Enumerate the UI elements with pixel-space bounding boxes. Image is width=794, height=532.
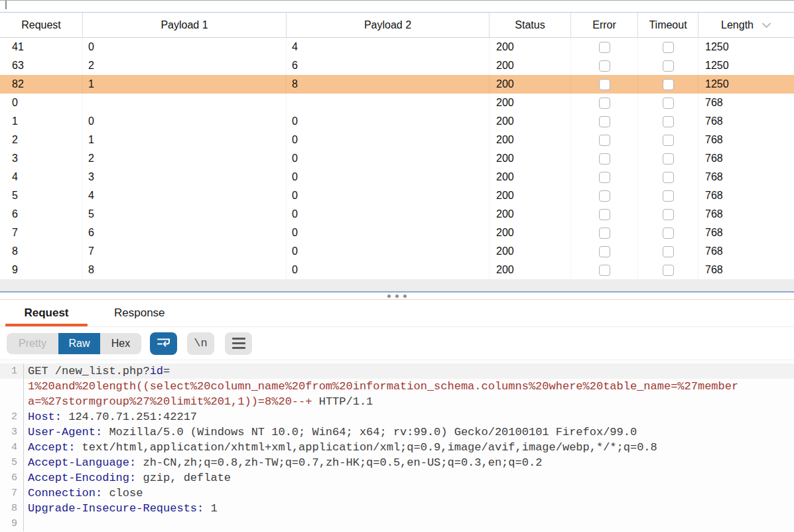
column-header-label: Status xyxy=(515,19,545,31)
cell-length: 768 xyxy=(698,205,794,224)
cell-request: 0 xyxy=(0,94,83,112)
error-checkbox[interactable] xyxy=(599,153,610,165)
error-checkbox[interactable] xyxy=(599,209,610,220)
editor-line-text: GET /new_list.php?id= xyxy=(24,364,170,379)
column-header-payload-2[interactable]: Payload 2 xyxy=(287,13,490,37)
tab-request[interactable]: Request xyxy=(5,300,88,326)
tab-response[interactable]: Response xyxy=(97,300,182,326)
error-checkbox[interactable] xyxy=(599,60,610,72)
timeout-checkbox[interactable] xyxy=(663,153,674,165)
editor-menu-button[interactable] xyxy=(225,332,252,355)
table-row[interactable]: 760200768 xyxy=(0,224,794,242)
table-row[interactable]: 430200768 xyxy=(0,168,794,186)
column-header-payload-1[interactable]: Payload 1 xyxy=(83,13,287,37)
error-checkbox[interactable] xyxy=(599,79,610,90)
cell-length: 768 xyxy=(698,168,794,186)
cell-status: 200 xyxy=(490,149,571,168)
cell-error xyxy=(571,131,638,149)
splitter-dot-icon xyxy=(403,295,407,298)
table-row[interactable]: 540200768 xyxy=(0,186,794,205)
cell-timeout xyxy=(638,186,698,205)
column-header-status[interactable]: Status xyxy=(490,13,571,37)
table-row[interactable]: 63262001250 xyxy=(0,56,794,75)
error-checkbox[interactable] xyxy=(599,246,610,257)
timeout-checkbox[interactable] xyxy=(663,246,674,257)
error-checkbox[interactable] xyxy=(599,172,610,183)
pretty-view-button[interactable]: Pretty xyxy=(7,333,58,354)
cell-payload-2: 0 xyxy=(287,168,490,186)
timeout-checkbox[interactable] xyxy=(663,42,674,53)
cell-timeout xyxy=(638,205,698,224)
show-newlines-button[interactable]: \n xyxy=(187,332,214,355)
cell-request: 63 xyxy=(0,56,83,75)
tab-response-label: Response xyxy=(114,306,165,320)
column-header-label: Error xyxy=(592,19,616,31)
cell-payload-2: 0 xyxy=(287,242,490,261)
cell-error xyxy=(571,75,638,94)
table-row[interactable]: 210200768 xyxy=(0,131,794,149)
cell-request: 82 xyxy=(0,75,83,94)
line-number: 6 xyxy=(0,470,24,486)
cell-status: 200 xyxy=(490,261,571,279)
table-row[interactable]: 870200768 xyxy=(0,242,794,261)
cell-payload-1: 0 xyxy=(83,38,287,56)
timeout-checkbox[interactable] xyxy=(663,172,674,183)
hex-view-button[interactable]: Hex xyxy=(100,333,141,354)
timeout-checkbox[interactable] xyxy=(663,116,674,127)
cell-request: 2 xyxy=(0,131,83,149)
timeout-checkbox[interactable] xyxy=(663,60,674,72)
cell-payload-2 xyxy=(287,94,490,112)
timeout-checkbox[interactable] xyxy=(663,98,674,109)
timeout-checkbox[interactable] xyxy=(663,265,674,276)
cell-request: 7 xyxy=(0,224,83,242)
table-row[interactable]: 650200768 xyxy=(0,205,794,224)
table-row[interactable]: 980200768 xyxy=(0,261,794,279)
timeout-checkbox[interactable] xyxy=(663,209,674,220)
newline-icon: \n xyxy=(194,337,207,350)
cell-status: 200 xyxy=(490,56,571,75)
error-checkbox[interactable] xyxy=(599,265,610,276)
cell-error xyxy=(571,242,638,261)
table-row[interactable]: 82182001250 xyxy=(0,75,794,94)
editor-line: a=%27stormgroup%27%20limit%201,1))=8%20-… xyxy=(0,394,794,409)
table-row[interactable]: 41042001250 xyxy=(0,38,794,56)
cell-payload-1: 2 xyxy=(83,56,287,75)
table-row[interactable]: 100200768 xyxy=(0,112,794,131)
word-wrap-toggle-button[interactable] xyxy=(150,332,177,355)
table-header-row: RequestPayload 1Payload 2StatusErrorTime… xyxy=(0,13,794,38)
pane-splitter-handle[interactable] xyxy=(0,293,794,300)
timeout-checkbox[interactable] xyxy=(663,190,674,202)
cell-length: 768 xyxy=(698,261,794,279)
cell-request: 41 xyxy=(0,38,83,56)
raw-view-button[interactable]: Raw xyxy=(58,333,100,354)
editor-line: 9 xyxy=(0,516,794,531)
cell-length: 768 xyxy=(698,149,794,168)
cell-payload-1: 7 xyxy=(83,242,287,261)
timeout-checkbox[interactable] xyxy=(663,135,674,146)
column-header-timeout[interactable]: Timeout xyxy=(638,13,698,37)
cell-payload-2: 4 xyxy=(287,38,490,56)
error-checkbox[interactable] xyxy=(599,135,610,146)
editor-line-text: Accept: text/html,application/xhtml+xml,… xyxy=(24,440,657,455)
error-checkbox[interactable] xyxy=(599,190,610,202)
timeout-checkbox[interactable] xyxy=(663,228,674,239)
error-checkbox[interactable] xyxy=(599,42,610,53)
active-tab-underline xyxy=(5,324,88,326)
timeout-checkbox[interactable] xyxy=(663,79,674,90)
column-header-request[interactable]: Request xyxy=(0,13,83,37)
editor-line: 5Accept-Language: zh-CN,zh;q=0.8,zh-TW;q… xyxy=(0,455,794,470)
cell-payload-2: 0 xyxy=(287,112,490,131)
window-edge-artifact xyxy=(5,1,7,9)
column-header-length[interactable]: Length xyxy=(698,13,794,37)
cell-status: 200 xyxy=(490,205,571,224)
editor-line-text: Accept-Encoding: gzip, deflate xyxy=(24,470,231,486)
error-checkbox[interactable] xyxy=(599,228,610,239)
raw-request-editor[interactable]: 1GET /new_list.php?id=1%20and%20length((… xyxy=(0,360,794,532)
table-row[interactable]: 320200768 xyxy=(0,149,794,168)
table-row[interactable]: 0200768 xyxy=(0,94,794,112)
error-checkbox[interactable] xyxy=(599,98,610,109)
error-checkbox[interactable] xyxy=(599,116,610,127)
cell-status: 200 xyxy=(490,168,571,186)
editor-line-text: 1%20and%20length((select%20column_name%2… xyxy=(24,379,738,394)
column-header-error[interactable]: Error xyxy=(571,13,638,37)
